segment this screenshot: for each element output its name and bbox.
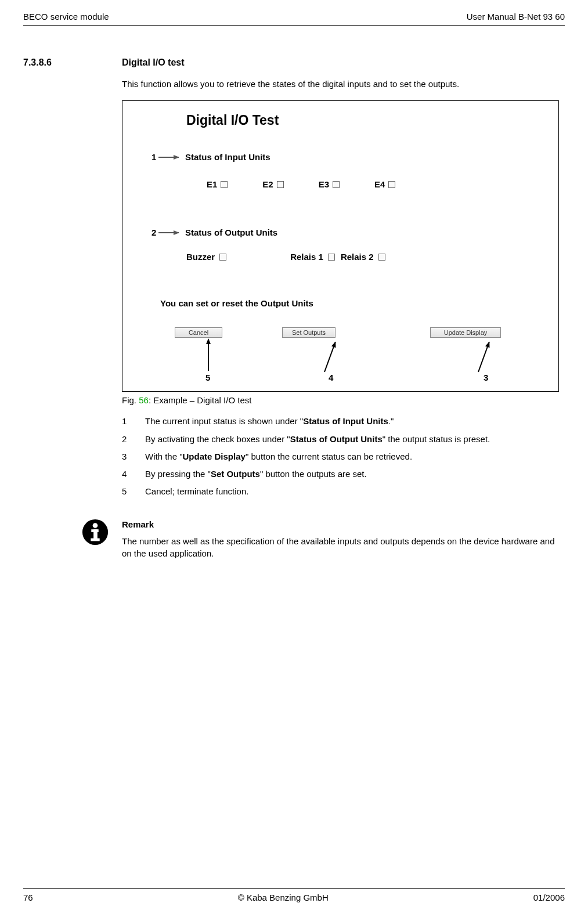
remark-text: Remark The number as well as the specifi…	[122, 518, 565, 559]
checkbox-icon[interactable]	[277, 181, 284, 188]
header-left: BECO service module	[23, 12, 109, 21]
section-title: Digital I/O test	[122, 57, 185, 68]
cancel-button[interactable]: Cancel	[175, 327, 222, 338]
checkbox-icon[interactable]	[388, 181, 395, 188]
figure-caption: Fig. 56: Example – Digital I/O test	[122, 395, 559, 405]
intro-text: This function allows you to retrieve the…	[122, 78, 559, 90]
checkbox-icon[interactable]	[219, 254, 226, 261]
output-label: Buzzer	[186, 252, 215, 262]
header-right: User Manual B-Net 93 60	[467, 12, 565, 21]
checkbox-icon[interactable]	[378, 254, 385, 261]
footer-date: 01/2006	[533, 893, 565, 902]
svg-rect-4	[91, 538, 99, 541]
remark-block: Remark The number as well as the specifi…	[23, 518, 565, 559]
list-item: 4 By pressing the "Set Outputs" button t…	[122, 468, 559, 480]
input-e2: E2	[262, 179, 283, 189]
checkbox-icon[interactable]	[221, 181, 228, 188]
set-hint: You can set or reset the Output Units	[160, 298, 313, 308]
item-number: 4	[122, 468, 145, 480]
section-heading: 7.3.8.6 Digital I/O test	[23, 57, 565, 68]
callout-2: 2	[151, 227, 156, 237]
input-e3: E3	[319, 179, 340, 189]
arrow-icon	[158, 232, 179, 233]
arrow-icon	[478, 342, 490, 372]
page: BECO service module User Manual B-Net 93…	[0, 0, 588, 914]
item-text: With the "Update Display" button the cur…	[145, 451, 412, 463]
output-label: Relais 2	[341, 252, 374, 262]
item-text: The current input status is shown under …	[145, 416, 394, 427]
input-label: E1	[207, 179, 217, 189]
inputs-row: E1 E2 E3 E4	[207, 179, 395, 189]
item-number: 2	[122, 433, 145, 445]
callout-5: 5	[205, 373, 210, 382]
output-relais1: Relais 1	[290, 252, 335, 262]
page-number: 76	[23, 893, 33, 902]
item-number: 3	[122, 451, 145, 463]
checkbox-icon[interactable]	[328, 254, 335, 261]
footer: 76 © Kaba Benzing GmbH 01/2006	[23, 888, 565, 902]
section-number: 7.3.8.6	[23, 57, 122, 68]
callout-3: 3	[484, 373, 488, 382]
svg-point-1	[93, 523, 98, 528]
output-label: Relais 1	[290, 252, 323, 262]
input-label: E3	[319, 179, 329, 189]
arrow-icon	[158, 157, 179, 158]
callout-4: 4	[329, 373, 333, 382]
footer-center: © Kaba Benzing GmbH	[238, 893, 329, 902]
caption-number: 56	[139, 395, 149, 405]
set-outputs-button[interactable]: Set Outputs	[282, 327, 336, 338]
item-number: 5	[122, 486, 145, 497]
figure: Digital I/O Test 1 Status of Input Units…	[122, 100, 559, 392]
item-text: By activating the check boxes under "Sta…	[145, 433, 490, 445]
item-number: 1	[122, 416, 145, 427]
input-e1: E1	[207, 179, 228, 189]
info-icon	[81, 518, 109, 546]
outputs-row: Buzzer Relais 1 Relais 2	[186, 252, 391, 262]
item-text: Cancel; terminate function.	[145, 486, 248, 497]
list-item: 2 By activating the check boxes under "S…	[122, 433, 559, 445]
list-item: 5 Cancel; terminate function.	[122, 486, 559, 497]
outputs-heading: Status of Output Units	[185, 227, 277, 237]
update-display-button[interactable]: Update Display	[430, 327, 501, 338]
callout-1: 1	[151, 152, 156, 162]
arrow-icon	[208, 339, 209, 371]
input-label: E4	[374, 179, 385, 189]
description-list: 1 The current input status is shown unde…	[122, 416, 559, 497]
checkbox-icon[interactable]	[333, 181, 340, 188]
arrow-icon	[324, 342, 336, 372]
content-block: This function allows you to retrieve the…	[122, 78, 559, 498]
remark-body: The number as well as the specification …	[122, 535, 565, 559]
output-buzzer: Buzzer	[186, 252, 226, 262]
remark-heading: Remark	[122, 518, 565, 530]
figure-title: Digital I/O Test	[186, 113, 279, 128]
input-label: E2	[262, 179, 273, 189]
list-item: 3 With the "Update Display" button the c…	[122, 451, 559, 463]
running-header: BECO service module User Manual B-Net 93…	[23, 12, 565, 26]
list-item: 1 The current input status is shown unde…	[122, 416, 559, 427]
caption-prefix: Fig.	[122, 395, 139, 405]
inputs-heading: Status of Input Units	[185, 152, 270, 162]
item-text: By pressing the "Set Outputs" button the…	[145, 468, 367, 480]
caption-suffix: : Example – Digital I/O test	[149, 395, 252, 405]
input-e4: E4	[374, 179, 395, 189]
output-relais2: Relais 2	[341, 252, 385, 262]
